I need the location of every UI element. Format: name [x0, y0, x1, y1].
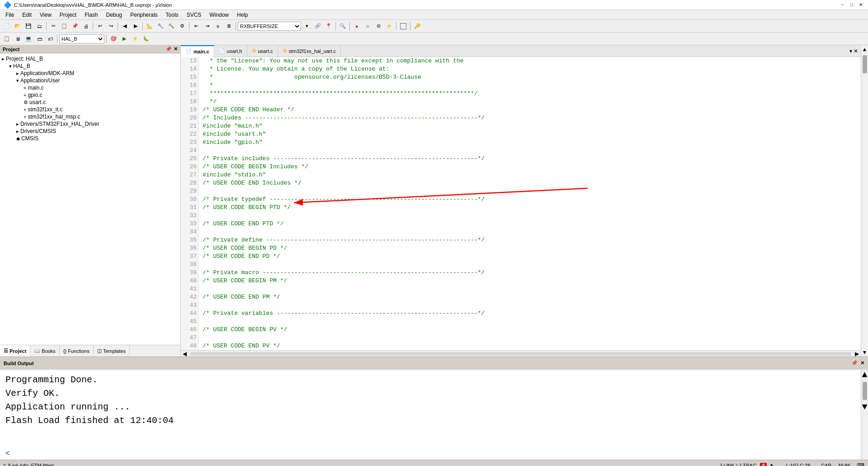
- build-vscroll-down[interactable]: ▼: [861, 402, 868, 412]
- code-line: ****************************************…: [203, 90, 857, 98]
- tree-item[interactable]: ▸Drivers/CMSIS: [2, 128, 179, 135]
- tb2-btn1[interactable]: 📋: [2, 34, 12, 44]
- tab-hal-uart-c[interactable]: ⚙ stm32f1xx_hal_uart.c: [278, 45, 341, 57]
- panel-close-icon[interactable]: ✕: [174, 46, 178, 52]
- code-content[interactable]: * the "License": You may not use this fi…: [199, 57, 861, 350]
- scroll-left-btn[interactable]: ◀: [181, 351, 189, 357]
- debug-run[interactable]: ●: [352, 21, 362, 31]
- tb2-debug-btn[interactable]: 🐛: [141, 34, 151, 44]
- tree-item[interactable]: +gpio.c: [2, 91, 179, 99]
- undo-button[interactable]: ↩: [95, 21, 105, 31]
- tb2-target-btn[interactable]: 🎯: [108, 34, 118, 44]
- cut-button[interactable]: ✂: [48, 21, 58, 31]
- tabs-scroll-right[interactable]: ▾ ✕: [847, 48, 861, 54]
- maximize-button[interactable]: □: [848, 1, 855, 9]
- tab-usart-c[interactable]: ⚙ usart.c: [247, 45, 278, 57]
- jump-btn2[interactable]: 📍: [324, 21, 334, 31]
- menu-item-debug[interactable]: Debug: [103, 11, 126, 19]
- code-editor[interactable]: 1314151617181920212223242526272829303132…: [181, 57, 861, 350]
- rxbuffersize-combo[interactable]: RXBUFFERSIZE: [238, 22, 301, 31]
- tools-btn[interactable]: 🔑: [412, 21, 422, 31]
- minimize-button[interactable]: −: [839, 1, 846, 9]
- tab-books[interactable]: 📖 Books: [30, 345, 60, 357]
- tree-item[interactable]: ⚙usart.c: [2, 99, 179, 106]
- vscroll-up[interactable]: ▲: [861, 45, 868, 53]
- vscroll-thumb[interactable]: [863, 55, 867, 73]
- build-output-pin[interactable]: 📌: [851, 360, 858, 366]
- menu-item-svcs[interactable]: SVCS: [183, 11, 205, 19]
- tab-functions[interactable]: {} Functions: [60, 345, 94, 357]
- combo-down[interactable]: ▾: [302, 21, 312, 31]
- indent-btn1[interactable]: ⇤: [191, 21, 201, 31]
- nav-forward-button[interactable]: ▶: [131, 21, 141, 31]
- vscroll-down[interactable]: ▼: [861, 348, 868, 357]
- tb2-btn3[interactable]: 💻: [24, 34, 33, 44]
- tb2-btn5[interactable]: 🏷: [45, 34, 55, 44]
- editor-vscroll[interactable]: ▲ ▼: [861, 45, 868, 357]
- code-line: /* Private typedef ---------------------…: [203, 195, 857, 204]
- tree-item[interactable]: ▸Drivers/STM32F1xx_HAL_Driver: [2, 120, 179, 128]
- menu-item-edit[interactable]: Edit: [19, 11, 35, 19]
- tree-item[interactable]: +main.c: [2, 84, 179, 91]
- build-vscroll[interactable]: ▲ ▼: [861, 370, 868, 460]
- menu-item-window[interactable]: Window: [206, 11, 232, 19]
- build-btn3[interactable]: 🔨: [166, 21, 176, 31]
- debug-stop[interactable]: ○: [363, 21, 373, 31]
- scroll-right-btn[interactable]: ▶: [853, 351, 861, 357]
- indent-btn3[interactable]: ≡: [213, 21, 223, 31]
- paste-button[interactable]: 📌: [70, 21, 80, 31]
- menu-item-peripherals[interactable]: Peripherals: [127, 11, 161, 19]
- debug-reset[interactable]: ⊘: [373, 21, 383, 31]
- indent-btn2[interactable]: ⇥: [202, 21, 212, 31]
- view-btn[interactable]: [398, 21, 408, 31]
- hscroll-track[interactable]: [190, 352, 851, 356]
- panel-pin-icon[interactable]: 📌: [165, 46, 172, 52]
- tree-item[interactable]: ▾HAL_B: [2, 62, 179, 70]
- menu-item-file[interactable]: File: [2, 11, 18, 19]
- build-btn2[interactable]: 🔧: [156, 21, 165, 31]
- code-line: [203, 285, 857, 293]
- tree-item[interactable]: ◆CMSIS: [2, 135, 179, 142]
- open-button[interactable]: 📂: [13, 21, 23, 31]
- build-vscroll-up[interactable]: ▲: [861, 370, 868, 380]
- save-button[interactable]: 💾: [24, 21, 33, 31]
- tree-item[interactable]: +stm32f1xx_hal_msp.c: [2, 113, 179, 120]
- new-button[interactable]: 📄: [2, 21, 12, 31]
- tab-main-c[interactable]: 📄 main.c: [181, 45, 214, 57]
- tb2-btn2[interactable]: 🖥: [13, 34, 23, 44]
- tb2-flash-btn[interactable]: ⚡: [130, 34, 140, 44]
- tree-item[interactable]: ▸Project: HAL_B: [2, 55, 179, 62]
- save-all-button[interactable]: 🗂: [34, 21, 44, 31]
- build-btn1[interactable]: 📐: [145, 21, 155, 31]
- copy-button[interactable]: 📋: [59, 21, 69, 31]
- build-output-close[interactable]: ✕: [860, 360, 864, 366]
- editor-hscroll[interactable]: ◀ ▶: [181, 350, 861, 357]
- menu-item-tools[interactable]: Tools: [162, 11, 182, 19]
- tree-item[interactable]: +stm32f1xx_it.c: [2, 106, 179, 113]
- print-button[interactable]: 🖨: [81, 21, 91, 31]
- search-btn[interactable]: 🔍: [338, 21, 348, 31]
- nav-back-button[interactable]: ◀: [120, 21, 130, 31]
- tree-item[interactable]: ▾Application/User: [2, 77, 179, 84]
- project-name-combo[interactable]: HAL_B: [59, 34, 104, 43]
- menu-item-help[interactable]: Help: [233, 11, 252, 19]
- menu-item-view[interactable]: View: [36, 11, 55, 19]
- debug-power[interactable]: ⚡: [384, 21, 394, 31]
- tb2-btn4[interactable]: 🗃: [34, 34, 44, 44]
- code-line: #include "stdio.h": [203, 171, 857, 179]
- tab-project[interactable]: ☰ Project: [0, 345, 30, 357]
- tab-templates[interactable]: ◫ Templates: [94, 345, 130, 357]
- jlink-status: J-LINK / J-TRAC: [719, 463, 756, 466]
- build-vscroll-thumb[interactable]: [863, 382, 867, 400]
- menu-item-flash[interactable]: Flash: [81, 11, 101, 19]
- jump-btn1[interactable]: 🔗: [313, 21, 323, 31]
- close-button[interactable]: ✕: [857, 1, 864, 9]
- tb2-run-btn[interactable]: ▶: [119, 34, 129, 44]
- indent-btn4[interactable]: ≣: [224, 21, 234, 31]
- redo-button[interactable]: ↪: [106, 21, 116, 31]
- build-btn4[interactable]: ⚙: [177, 21, 187, 31]
- tree-item[interactable]: ▸Application/MDK-ARM: [2, 70, 179, 77]
- menu-item-project[interactable]: Project: [56, 11, 80, 19]
- build-line: Verify OK.: [5, 387, 863, 400]
- tab-usart-h[interactable]: 📄 usart.h: [214, 45, 247, 57]
